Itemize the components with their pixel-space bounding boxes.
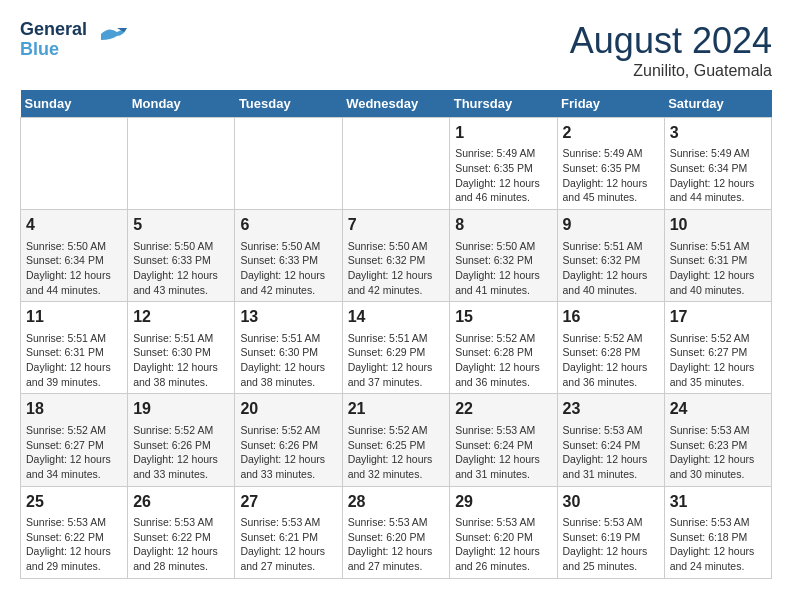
day-info: Sunrise: 5:49 AM Sunset: 6:35 PM Dayligh… (455, 146, 551, 205)
calendar-cell: 16Sunrise: 5:52 AM Sunset: 6:28 PM Dayli… (557, 302, 664, 394)
day-info: Sunrise: 5:50 AM Sunset: 6:33 PM Dayligh… (133, 239, 229, 298)
calendar-cell: 23Sunrise: 5:53 AM Sunset: 6:24 PM Dayli… (557, 394, 664, 486)
weekday-header-tuesday: Tuesday (235, 90, 342, 118)
calendar-cell (21, 118, 128, 210)
day-info: Sunrise: 5:50 AM Sunset: 6:34 PM Dayligh… (26, 239, 122, 298)
calendar-cell: 25Sunrise: 5:53 AM Sunset: 6:22 PM Dayli… (21, 486, 128, 578)
calendar-cell: 19Sunrise: 5:52 AM Sunset: 6:26 PM Dayli… (128, 394, 235, 486)
day-number: 16 (563, 306, 659, 328)
day-number: 23 (563, 398, 659, 420)
day-info: Sunrise: 5:50 AM Sunset: 6:33 PM Dayligh… (240, 239, 336, 298)
calendar-cell: 7Sunrise: 5:50 AM Sunset: 6:32 PM Daylig… (342, 210, 450, 302)
day-info: Sunrise: 5:53 AM Sunset: 6:24 PM Dayligh… (563, 423, 659, 482)
calendar-cell: 11Sunrise: 5:51 AM Sunset: 6:31 PM Dayli… (21, 302, 128, 394)
day-info: Sunrise: 5:53 AM Sunset: 6:23 PM Dayligh… (670, 423, 766, 482)
calendar-cell (342, 118, 450, 210)
calendar-cell: 5Sunrise: 5:50 AM Sunset: 6:33 PM Daylig… (128, 210, 235, 302)
calendar-cell: 9Sunrise: 5:51 AM Sunset: 6:32 PM Daylig… (557, 210, 664, 302)
calendar-week-2: 4Sunrise: 5:50 AM Sunset: 6:34 PM Daylig… (21, 210, 772, 302)
day-info: Sunrise: 5:52 AM Sunset: 6:28 PM Dayligh… (563, 331, 659, 390)
calendar-cell: 20Sunrise: 5:52 AM Sunset: 6:26 PM Dayli… (235, 394, 342, 486)
title-block: August 2024 Zunilito, Guatemala (570, 20, 772, 80)
day-info: Sunrise: 5:52 AM Sunset: 6:25 PM Dayligh… (348, 423, 445, 482)
calendar-cell: 15Sunrise: 5:52 AM Sunset: 6:28 PM Dayli… (450, 302, 557, 394)
calendar-cell (128, 118, 235, 210)
day-number: 19 (133, 398, 229, 420)
day-number: 26 (133, 491, 229, 513)
calendar-week-5: 25Sunrise: 5:53 AM Sunset: 6:22 PM Dayli… (21, 486, 772, 578)
day-info: Sunrise: 5:51 AM Sunset: 6:32 PM Dayligh… (563, 239, 659, 298)
day-number: 4 (26, 214, 122, 236)
day-number: 21 (348, 398, 445, 420)
day-number: 3 (670, 122, 766, 144)
calendar-week-4: 18Sunrise: 5:52 AM Sunset: 6:27 PM Dayli… (21, 394, 772, 486)
logo-general-text: General (20, 20, 87, 40)
day-info: Sunrise: 5:50 AM Sunset: 6:32 PM Dayligh… (455, 239, 551, 298)
day-number: 2 (563, 122, 659, 144)
day-info: Sunrise: 5:51 AM Sunset: 6:29 PM Dayligh… (348, 331, 445, 390)
weekday-header-row: SundayMondayTuesdayWednesdayThursdayFrid… (21, 90, 772, 118)
day-info: Sunrise: 5:53 AM Sunset: 6:22 PM Dayligh… (26, 515, 122, 574)
day-info: Sunrise: 5:53 AM Sunset: 6:22 PM Dayligh… (133, 515, 229, 574)
day-info: Sunrise: 5:50 AM Sunset: 6:32 PM Dayligh… (348, 239, 445, 298)
day-info: Sunrise: 5:51 AM Sunset: 6:30 PM Dayligh… (133, 331, 229, 390)
day-info: Sunrise: 5:53 AM Sunset: 6:24 PM Dayligh… (455, 423, 551, 482)
weekday-header-saturday: Saturday (664, 90, 771, 118)
calendar-week-3: 11Sunrise: 5:51 AM Sunset: 6:31 PM Dayli… (21, 302, 772, 394)
day-info: Sunrise: 5:51 AM Sunset: 6:31 PM Dayligh… (670, 239, 766, 298)
calendar-cell: 17Sunrise: 5:52 AM Sunset: 6:27 PM Dayli… (664, 302, 771, 394)
day-number: 12 (133, 306, 229, 328)
day-info: Sunrise: 5:51 AM Sunset: 6:30 PM Dayligh… (240, 331, 336, 390)
calendar-cell: 24Sunrise: 5:53 AM Sunset: 6:23 PM Dayli… (664, 394, 771, 486)
weekday-header-sunday: Sunday (21, 90, 128, 118)
day-number: 13 (240, 306, 336, 328)
day-info: Sunrise: 5:52 AM Sunset: 6:26 PM Dayligh… (240, 423, 336, 482)
day-number: 6 (240, 214, 336, 236)
day-number: 29 (455, 491, 551, 513)
logo-blue-text: Blue (20, 40, 87, 60)
calendar-table: SundayMondayTuesdayWednesdayThursdayFrid… (20, 90, 772, 579)
day-info: Sunrise: 5:53 AM Sunset: 6:19 PM Dayligh… (563, 515, 659, 574)
day-number: 27 (240, 491, 336, 513)
weekday-header-friday: Friday (557, 90, 664, 118)
calendar-week-1: 1Sunrise: 5:49 AM Sunset: 6:35 PM Daylig… (21, 118, 772, 210)
calendar-cell: 14Sunrise: 5:51 AM Sunset: 6:29 PM Dayli… (342, 302, 450, 394)
day-info: Sunrise: 5:52 AM Sunset: 6:26 PM Dayligh… (133, 423, 229, 482)
calendar-cell: 21Sunrise: 5:52 AM Sunset: 6:25 PM Dayli… (342, 394, 450, 486)
day-number: 14 (348, 306, 445, 328)
day-info: Sunrise: 5:52 AM Sunset: 6:27 PM Dayligh… (26, 423, 122, 482)
calendar-cell: 4Sunrise: 5:50 AM Sunset: 6:34 PM Daylig… (21, 210, 128, 302)
day-number: 10 (670, 214, 766, 236)
day-number: 17 (670, 306, 766, 328)
day-number: 9 (563, 214, 659, 236)
calendar-cell: 31Sunrise: 5:53 AM Sunset: 6:18 PM Dayli… (664, 486, 771, 578)
logo-bird-icon (91, 22, 127, 58)
day-info: Sunrise: 5:53 AM Sunset: 6:18 PM Dayligh… (670, 515, 766, 574)
calendar-cell: 22Sunrise: 5:53 AM Sunset: 6:24 PM Dayli… (450, 394, 557, 486)
calendar-cell: 6Sunrise: 5:50 AM Sunset: 6:33 PM Daylig… (235, 210, 342, 302)
calendar-cell: 26Sunrise: 5:53 AM Sunset: 6:22 PM Dayli… (128, 486, 235, 578)
logo: General Blue (20, 20, 127, 60)
day-info: Sunrise: 5:51 AM Sunset: 6:31 PM Dayligh… (26, 331, 122, 390)
day-number: 25 (26, 491, 122, 513)
day-info: Sunrise: 5:52 AM Sunset: 6:28 PM Dayligh… (455, 331, 551, 390)
day-info: Sunrise: 5:53 AM Sunset: 6:20 PM Dayligh… (348, 515, 445, 574)
calendar-cell: 8Sunrise: 5:50 AM Sunset: 6:32 PM Daylig… (450, 210, 557, 302)
day-number: 5 (133, 214, 229, 236)
weekday-header-wednesday: Wednesday (342, 90, 450, 118)
calendar-cell: 3Sunrise: 5:49 AM Sunset: 6:34 PM Daylig… (664, 118, 771, 210)
weekday-header-thursday: Thursday (450, 90, 557, 118)
calendar-cell: 28Sunrise: 5:53 AM Sunset: 6:20 PM Dayli… (342, 486, 450, 578)
day-number: 20 (240, 398, 336, 420)
calendar-cell: 2Sunrise: 5:49 AM Sunset: 6:35 PM Daylig… (557, 118, 664, 210)
day-info: Sunrise: 5:52 AM Sunset: 6:27 PM Dayligh… (670, 331, 766, 390)
day-number: 18 (26, 398, 122, 420)
day-info: Sunrise: 5:53 AM Sunset: 6:21 PM Dayligh… (240, 515, 336, 574)
day-number: 22 (455, 398, 551, 420)
day-info: Sunrise: 5:53 AM Sunset: 6:20 PM Dayligh… (455, 515, 551, 574)
day-number: 15 (455, 306, 551, 328)
day-info: Sunrise: 5:49 AM Sunset: 6:35 PM Dayligh… (563, 146, 659, 205)
calendar-cell: 10Sunrise: 5:51 AM Sunset: 6:31 PM Dayli… (664, 210, 771, 302)
day-number: 1 (455, 122, 551, 144)
day-number: 11 (26, 306, 122, 328)
